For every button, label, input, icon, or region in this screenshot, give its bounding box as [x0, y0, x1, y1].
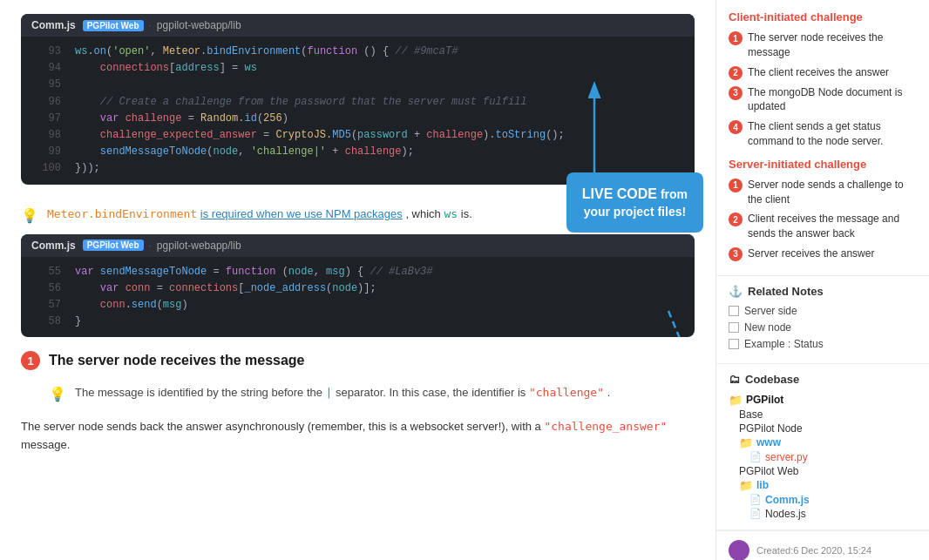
tree-item-pgpilot: 📁 PGPilot [729, 393, 917, 408]
code-block-1-header: Comm.js PGPilot Web · pgpilot-webapp/lib [21, 14, 695, 37]
tree-item-serverpy[interactable]: 📄 server.py [729, 450, 917, 464]
tree-item-base: Base [729, 408, 917, 422]
related-notes-title: Related Notes [748, 285, 824, 298]
main-content: Comm.js PGPilot Web · pgpilot-webapp/lib… [0, 0, 715, 560]
code-path-2: pgpilot-webapp/lib [157, 240, 241, 252]
challenge-item: 1 Server node sends a challenge to the c… [729, 178, 917, 207]
live-code-bold: LIVE CODE [582, 186, 657, 201]
sidebar: Client-initiated challenge 1 The server … [715, 0, 929, 560]
bulb-icon-2: 💡 [49, 386, 66, 402]
step-desc-text: The message is identified by the string … [75, 384, 610, 401]
challenge-item: 3 The mongoDB Node document is updated [729, 85, 917, 115]
client-challenge-title: Client-initiated challenge [729, 10, 917, 24]
code-line: 99 sendMessageToNode(node, 'challenge|' … [21, 144, 695, 160]
code-line: 95 [21, 77, 695, 93]
live-code-tooltip: LIVE CODE fromyour project files! [566, 172, 703, 233]
code-line: 94 connections[address] = ws [21, 60, 695, 77]
code-line: 98 challenge_expected_answer = CryptoJS.… [21, 127, 695, 144]
codebase-title: Codebase [745, 373, 799, 386]
note-item[interactable]: New node [729, 321, 917, 334]
code-line: 93 ws.on('open', Meteor.bindEnvironment(… [21, 44, 695, 60]
tree-item-pgpilot-node: PGPilot Node [729, 422, 917, 435]
code-block-1: Comm.js PGPilot Web · pgpilot-webapp/lib… [21, 14, 695, 185]
created-text: Created:6 Dec 2020, 15:24 [756, 545, 871, 556]
tree-item-lib[interactable]: 📁 lib [729, 478, 917, 493]
codebase-header: 🗂 Codebase [729, 373, 917, 386]
note-checkbox[interactable] [729, 306, 739, 316]
tree-item-nodesjs[interactable]: 📄 Nodes.js [729, 507, 917, 521]
code-path-1: pgpilot-webapp/lib [157, 19, 241, 31]
code-line: 97 var challenge = Random.id(256) [21, 111, 695, 127]
challenge-item: 1 The server node receives the message [729, 30, 917, 60]
step-heading: 1 The server node receives the message [21, 351, 695, 370]
file-icon-serverpy: 📄 [749, 451, 762, 462]
tree-item-commjs[interactable]: 📄 Comm.js [729, 493, 917, 507]
related-notes-header: ⚓ Related Notes [729, 285, 917, 298]
tree-item-pgpilot-web: PGPilot Web [729, 464, 917, 478]
note-label: Server side [744, 305, 797, 317]
bulb-icon-1: 💡 [21, 207, 38, 224]
inline-note-1-text: Meteor.bindEnvironment is required when … [47, 206, 472, 223]
code-lines-1: 93 ws.on('open', Meteor.bindEnvironment(… [21, 37, 695, 185]
code-block-2-header: Comm.js PGPilot Web · pgpilot-webapp/lib [21, 234, 695, 257]
code-line: 58 } [21, 314, 695, 330]
codebase-section: 🗂 Codebase 📁 PGPilot Base PGPilot Node 📁… [716, 364, 929, 530]
tree-item-www[interactable]: 📁 www [729, 435, 917, 450]
client-challenge-section: Client-initiated challenge 1 The server … [716, 0, 929, 276]
folder-icon-lib: 📁 [739, 479, 753, 492]
code-line: 57 conn.send(msg) [21, 297, 695, 314]
note-item[interactable]: Server side [729, 305, 917, 317]
pgpilot-badge-2: PGPilot Web [83, 240, 144, 251]
note-label: New node [744, 321, 791, 334]
code-filename-2: Comm.js [31, 240, 76, 252]
code-filename-1: Comm.js [31, 19, 76, 31]
code-line: 55 var sendMessageToNode = function (nod… [21, 264, 695, 280]
challenge-item: 3 Server receives the answer [729, 246, 917, 261]
file-icon-nodesjs: 📄 [749, 508, 762, 519]
note-checkbox[interactable] [729, 339, 739, 349]
note-label: Example : Status [744, 338, 824, 350]
step-badge: 1 [21, 351, 40, 370]
challenge-item: 2 The client receives the answer [729, 65, 917, 80]
inline-note-1: 💡 Meteor.bindEnvironment is required whe… [21, 199, 695, 234]
related-notes-section: ⚓ Related Notes Server side New node Exa… [716, 276, 929, 364]
file-icon-commjs: 📄 [749, 494, 762, 505]
server-challenge-title: Server-initiated challenge [729, 158, 917, 171]
avatar [729, 540, 749, 560]
challenge-item: 4 The client sends a get status command … [729, 119, 917, 149]
step-description: 💡 The message is identified by the strin… [21, 379, 695, 411]
step-title: The server node receives the message [49, 353, 305, 368]
code-block-2: Comm.js PGPilot Web · pgpilot-webapp/lib… [21, 234, 695, 338]
note-checkbox[interactable] [729, 322, 739, 333]
folder-icon-www: 📁 [739, 436, 753, 449]
sidebar-footer: Created:6 Dec 2020, 15:24 [716, 530, 929, 560]
code-line: 56 var conn = connections[_node_address(… [21, 280, 695, 297]
paragraph: The server node sends back the answer as… [21, 418, 695, 455]
note-item[interactable]: Example : Status [729, 338, 917, 350]
folder-icon: 📁 [729, 394, 743, 407]
code-lines-2: 55 var sendMessageToNode = function (nod… [21, 257, 695, 338]
code-line: 96 // Create a challenge from the passwo… [21, 94, 695, 111]
pgpilot-badge-1: PGPilot Web [83, 20, 144, 31]
challenge-item: 2 Client receives the message and sends … [729, 212, 917, 241]
